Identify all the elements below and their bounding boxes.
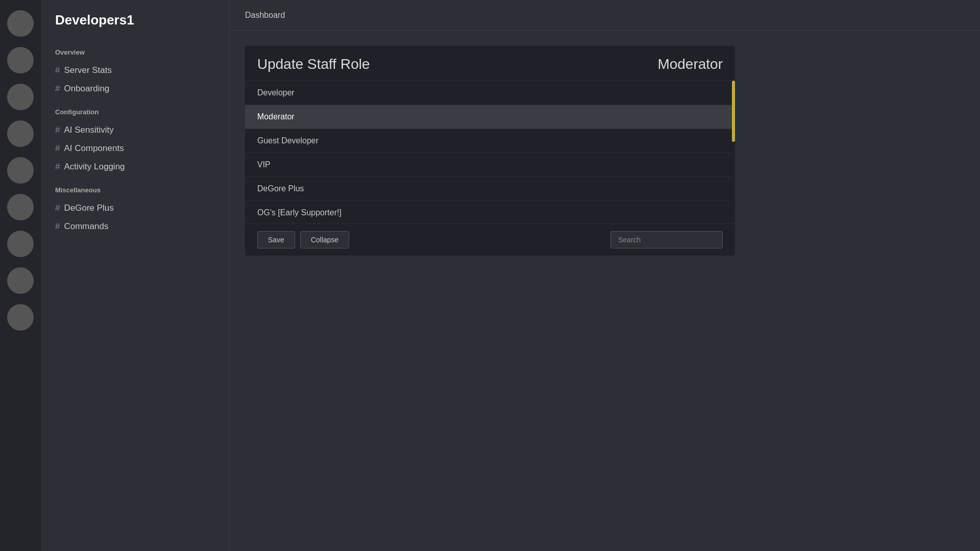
- card-title: Update Staff Role: [257, 56, 370, 72]
- hash-icon-ai-sensitivity: #: [55, 125, 60, 135]
- avatar-6[interactable]: [7, 194, 34, 220]
- top-bar: Dashboard: [230, 0, 980, 31]
- scrollbar-thumb[interactable]: [732, 81, 735, 142]
- avatar-2[interactable]: [7, 47, 34, 73]
- sidebar-item-commands[interactable]: # Commands: [55, 217, 215, 236]
- card-selected-role: Moderator: [657, 56, 723, 72]
- avatar-1[interactable]: [7, 10, 34, 37]
- sidebar-section-label-miscellaneous: Miscellaneous: [55, 186, 215, 194]
- collapse-button[interactable]: Collapse: [300, 231, 349, 248]
- hash-icon-activity-logging: #: [55, 162, 60, 172]
- main-content: Dashboard Update Staff Role Moderator De…: [230, 0, 980, 551]
- role-item-vip[interactable]: VIP: [245, 153, 735, 177]
- sidebar-item-onboarding[interactable]: # Onboarding: [55, 80, 215, 98]
- sidebar-item-server-stats[interactable]: # Server Stats: [55, 61, 215, 80]
- hash-icon-degore-plus: #: [55, 203, 60, 213]
- role-item-developer[interactable]: Developer: [245, 81, 735, 105]
- hash-icon-ai-components: #: [55, 143, 60, 154]
- sidebar-item-activity-logging[interactable]: # Activity Logging: [55, 158, 215, 176]
- card-header: Update Staff Role Moderator: [245, 46, 735, 81]
- avatar-7[interactable]: [7, 231, 34, 257]
- sidebar-section-label-configuration: Configuration: [55, 108, 215, 116]
- content-area: Update Staff Role Moderator Developer Mo…: [230, 31, 980, 551]
- topbar-title: Dashboard: [245, 11, 285, 20]
- hash-icon-commands: #: [55, 221, 60, 232]
- avatar-9[interactable]: [7, 304, 34, 331]
- sidebar-section-label-overview: Overview: [55, 48, 215, 56]
- sidebar-item-ai-sensitivity[interactable]: # AI Sensitivity: [55, 121, 215, 139]
- hash-icon-server-stats: #: [55, 65, 60, 76]
- save-button[interactable]: Save: [257, 231, 295, 248]
- hash-icon-onboarding: #: [55, 84, 60, 94]
- sidebar-section-configuration: Configuration # AI Sensitivity # AI Comp…: [55, 108, 215, 176]
- avatar-4[interactable]: [7, 120, 34, 147]
- sidebar-item-ai-components[interactable]: # AI Components: [55, 139, 215, 158]
- sidebar-title: Developers1: [55, 12, 215, 33]
- icon-rail: [0, 0, 41, 551]
- sidebar-section-miscellaneous: Miscellaneous # DeGore Plus # Commands: [55, 186, 215, 236]
- footer-buttons: Save Collapse: [257, 231, 349, 248]
- avatar-3[interactable]: [7, 84, 34, 110]
- search-input[interactable]: [610, 231, 723, 248]
- avatar-5[interactable]: [7, 157, 34, 184]
- role-item-og-early-supporter[interactable]: OG's [Early Supporter!]: [245, 201, 735, 223]
- sidebar: Developers1 Overview # Server Stats # On…: [41, 0, 230, 551]
- role-item-moderator[interactable]: Moderator: [245, 105, 735, 129]
- role-item-guest-developer[interactable]: Guest Developer: [245, 129, 735, 153]
- role-item-degore-plus[interactable]: DeGore Plus: [245, 177, 735, 201]
- scrollbar-track: [732, 81, 735, 223]
- sidebar-section-overview: Overview # Server Stats # Onboarding: [55, 48, 215, 98]
- card-footer: Save Collapse: [245, 223, 735, 256]
- staff-role-card: Update Staff Role Moderator Developer Mo…: [245, 46, 735, 256]
- role-list-container[interactable]: Developer Moderator Guest Developer VIP …: [245, 81, 735, 223]
- sidebar-item-degore-plus[interactable]: # DeGore Plus: [55, 199, 215, 217]
- role-list: Developer Moderator Guest Developer VIP …: [245, 81, 735, 223]
- avatar-8[interactable]: [7, 267, 34, 294]
